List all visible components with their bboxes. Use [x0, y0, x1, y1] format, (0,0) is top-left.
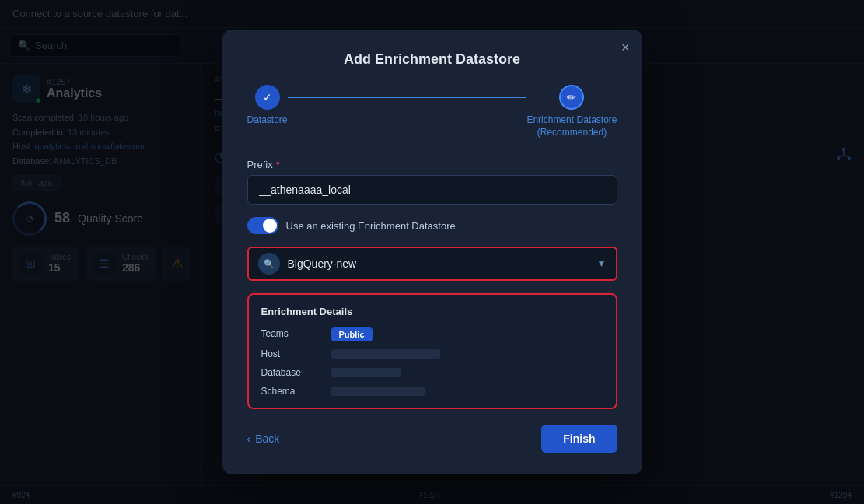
detail-row-host: Host — [261, 348, 603, 359]
finish-button[interactable]: Finish — [541, 425, 617, 453]
step-1-circle: ✓ — [255, 85, 280, 110]
detail-row-schema: Schema — [261, 386, 603, 397]
modal-overlay: × Add Enrichment Datastore ✓ Datastore ✏… — [0, 0, 864, 504]
database-blurred — [331, 368, 603, 377]
modal-close-button[interactable]: × — [621, 40, 630, 54]
back-button[interactable]: ‹ Back — [247, 432, 280, 445]
enrichment-details-title: Enrichment Details — [261, 306, 603, 317]
public-badge: Public — [331, 327, 373, 341]
toggle-row: Use an existing Enrichment Datastore — [247, 217, 617, 234]
modal-footer: ‹ Back Finish — [247, 425, 617, 453]
add-enrichment-modal: × Add Enrichment Datastore ✓ Datastore ✏… — [222, 30, 642, 474]
required-star: * — [276, 159, 280, 170]
step-2-pencil-icon: ✏ — [567, 91, 576, 103]
chevron-down-icon: ▼ — [597, 258, 607, 269]
enrichment-dropdown[interactable]: 🔍 BigQuery-new ▼ — [247, 247, 617, 281]
step-2: ✏ Enrichment Datastore (Recommended) — [526, 85, 617, 138]
dropdown-value: BigQuery-new — [288, 257, 597, 270]
schema-key: Schema — [261, 386, 331, 397]
back-label: Back — [255, 432, 279, 445]
search-icon-small: 🔍 — [264, 259, 275, 269]
host-blurred — [331, 349, 603, 359]
prefix-input[interactable] — [247, 175, 617, 205]
dropdown-icon: 🔍 — [258, 253, 280, 275]
step-1-label: Datastore — [247, 114, 288, 127]
toggle-label: Use an existing Enrichment Datastore — [286, 220, 456, 232]
modal-title: Add Enrichment Datastore — [247, 51, 617, 68]
enrichment-toggle[interactable] — [247, 217, 278, 234]
prefix-label: Prefix * — [247, 159, 617, 170]
detail-row-teams: Teams Public — [261, 327, 603, 341]
step-1-check-icon: ✓ — [263, 91, 272, 103]
teams-key: Teams — [261, 328, 331, 339]
step-2-circle: ✏ — [559, 85, 584, 110]
stepper: ✓ Datastore ✏ Enrichment Datastore (Reco… — [247, 85, 617, 138]
step-2-label: Enrichment Datastore (Recommended) — [526, 114, 617, 138]
prefix-group: Prefix * — [247, 159, 617, 205]
teams-value: Public — [331, 327, 603, 341]
schema-blurred — [331, 387, 603, 396]
database-key: Database — [261, 367, 331, 378]
step-connector — [288, 97, 527, 98]
detail-row-database: Database — [261, 367, 603, 378]
host-key: Host — [261, 348, 331, 359]
back-chevron-icon: ‹ — [247, 432, 251, 445]
step-1: ✓ Datastore — [247, 85, 288, 127]
enrichment-details-panel: Enrichment Details Teams Public Host Dat… — [247, 293, 617, 409]
